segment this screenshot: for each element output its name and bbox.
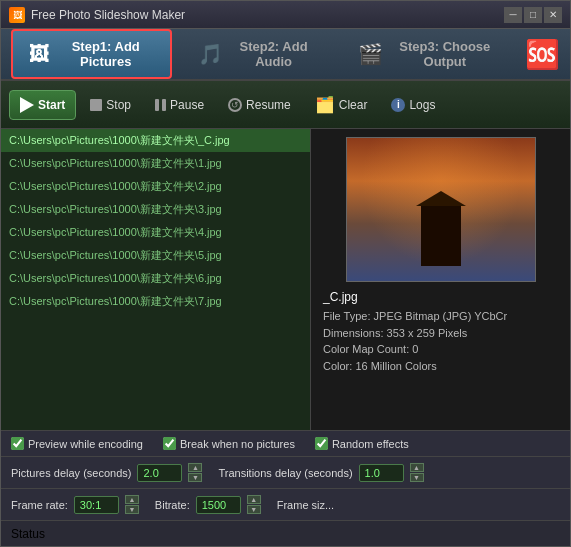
title-bar-left: 🖼 Free Photo Slideshow Maker [9, 7, 185, 23]
bitrate-setting: Bitrate: ▲ ▼ [155, 495, 261, 514]
pictures-delay-arrows: ▲ ▼ [188, 463, 202, 482]
clear-icon: 🗂️ [315, 95, 335, 114]
break-no-pictures-label: Break when no pictures [180, 438, 295, 450]
resume-icon: ↺ [228, 98, 242, 112]
step2-button[interactable]: 🎵 Step2: Add Audio [182, 31, 331, 77]
main-content: C:\Users\pc\Pictures\1000\新建文件夹\_C.jpg C… [1, 129, 570, 430]
bitrate-arrows: ▲ ▼ [247, 495, 261, 514]
preview-encoding-checkbox[interactable] [11, 437, 24, 450]
options-bar: Preview while encoding Break when no pic… [1, 430, 570, 456]
pause-button[interactable]: Pause [145, 92, 214, 118]
pause-icon [155, 99, 166, 111]
bitrate-label: Bitrate: [155, 499, 190, 511]
pictures-delay-label: Pictures delay (seconds) [11, 467, 131, 479]
image-filename: _C.jpg [323, 288, 558, 306]
pictures-delay-up[interactable]: ▲ [188, 463, 202, 472]
transitions-delay-input[interactable] [359, 464, 404, 482]
frame-rate-setting: Frame rate: ▲ ▼ [11, 495, 139, 514]
frame-size-label: Frame siz... [277, 499, 334, 511]
logs-icon: i [391, 98, 405, 112]
title-bar: 🖼 Free Photo Slideshow Maker ─ □ ✕ [1, 1, 570, 29]
transitions-delay-arrows: ▲ ▼ [410, 463, 424, 482]
transitions-delay-down[interactable]: ▼ [410, 473, 424, 482]
help-icon: 🆘 [525, 39, 560, 70]
step3-icon: 🎬 [358, 42, 383, 66]
frame-rate-arrows: ▲ ▼ [125, 495, 139, 514]
stop-button[interactable]: Stop [80, 92, 141, 118]
frame-size-setting: Frame siz... [277, 499, 334, 511]
pictures-delay-setting: Pictures delay (seconds) ▲ ▼ [11, 463, 202, 482]
step3-label: Step3: Choose Output [391, 39, 499, 69]
image-color: Color: 16 Million Colors [323, 358, 558, 375]
step1-icon: 🖼 [29, 43, 49, 66]
list-item[interactable]: C:\Users\pc\Pictures\1000\新建文件夹\3.jpg [1, 198, 310, 221]
frame-rate-label: Frame rate: [11, 499, 68, 511]
frame-rate-up[interactable]: ▲ [125, 495, 139, 504]
bitrate-down[interactable]: ▼ [247, 505, 261, 514]
list-item[interactable]: C:\Users\pc\Pictures\1000\新建文件夹\2.jpg [1, 175, 310, 198]
clear-label: Clear [339, 98, 368, 112]
list-item[interactable]: C:\Users\pc\Pictures\1000\新建文件夹\1.jpg [1, 152, 310, 175]
step2-label: Step2: Add Audio [231, 39, 315, 69]
list-item[interactable]: C:\Users\pc\Pictures\1000\新建文件夹\6.jpg [1, 267, 310, 290]
preview-image [346, 137, 536, 282]
step3-button[interactable]: 🎬 Step3: Choose Output [342, 31, 515, 77]
break-no-pictures-checkbox[interactable] [163, 437, 176, 450]
settings-bar-2: Frame rate: ▲ ▼ Bitrate: ▲ ▼ Frame siz..… [1, 488, 570, 520]
random-effects-label: Random effects [332, 438, 409, 450]
frame-rate-down[interactable]: ▼ [125, 505, 139, 514]
list-item[interactable]: C:\Users\pc\Pictures\1000\新建文件夹\_C.jpg [1, 129, 310, 152]
transitions-delay-label: Transitions delay (seconds) [218, 467, 352, 479]
pictures-delay-input[interactable] [137, 464, 182, 482]
resume-button[interactable]: ↺ Resume [218, 92, 301, 118]
step1-button[interactable]: 🖼 Step1: Add Pictures [11, 29, 172, 79]
logs-button[interactable]: i Logs [381, 92, 445, 118]
file-list-panel[interactable]: C:\Users\pc\Pictures\1000\新建文件夹\_C.jpg C… [1, 129, 311, 430]
step2-icon: 🎵 [198, 42, 223, 66]
step-bar: 🖼 Step1: Add Pictures 🎵 Step2: Add Audio… [1, 29, 570, 81]
preview-panel: _C.jpg File Type: JPEG Bitmap (JPG) YCbC… [311, 129, 570, 430]
toolbar: Start Stop Pause ↺ Resume 🗂️ Clear i Log… [1, 81, 570, 129]
start-label: Start [38, 98, 65, 112]
bitrate-up[interactable]: ▲ [247, 495, 261, 504]
break-no-pictures-option[interactable]: Break when no pictures [163, 437, 295, 450]
app-title: Free Photo Slideshow Maker [31, 8, 185, 22]
resume-label: Resume [246, 98, 291, 112]
minimize-button[interactable]: ─ [504, 7, 522, 23]
frame-rate-input[interactable] [74, 496, 119, 514]
start-button[interactable]: Start [9, 90, 76, 120]
title-controls: ─ □ ✕ [504, 7, 562, 23]
maximize-button[interactable]: □ [524, 7, 542, 23]
image-filetype: File Type: JPEG Bitmap (JPG) YCbCr [323, 308, 558, 325]
settings-bar: Pictures delay (seconds) ▲ ▼ Transitions… [1, 456, 570, 488]
step1-label: Step1: Add Pictures [57, 39, 154, 69]
stop-icon [90, 99, 102, 111]
random-effects-checkbox[interactable] [315, 437, 328, 450]
image-dimensions: Dimensions: 353 x 259 Pixels [323, 325, 558, 342]
pagoda-graphic [411, 191, 471, 271]
list-item[interactable]: C:\Users\pc\Pictures\1000\新建文件夹\7.jpg [1, 290, 310, 313]
transitions-delay-setting: Transitions delay (seconds) ▲ ▼ [218, 463, 423, 482]
status-label: Status [11, 527, 45, 541]
clear-button[interactable]: 🗂️ Clear [305, 89, 378, 120]
transitions-delay-up[interactable]: ▲ [410, 463, 424, 472]
pictures-delay-down[interactable]: ▼ [188, 473, 202, 482]
image-info: _C.jpg File Type: JPEG Bitmap (JPG) YCbC… [319, 282, 562, 380]
close-button[interactable]: ✕ [544, 7, 562, 23]
main-window: 🖼 Free Photo Slideshow Maker ─ □ ✕ 🖼 Ste… [0, 0, 571, 547]
list-item[interactable]: C:\Users\pc\Pictures\1000\新建文件夹\5.jpg [1, 244, 310, 267]
preview-encoding-option[interactable]: Preview while encoding [11, 437, 143, 450]
status-bar: Status [1, 520, 570, 546]
app-icon: 🖼 [9, 7, 25, 23]
random-effects-option[interactable]: Random effects [315, 437, 409, 450]
bitrate-input[interactable] [196, 496, 241, 514]
pause-label: Pause [170, 98, 204, 112]
preview-encoding-label: Preview while encoding [28, 438, 143, 450]
logs-label: Logs [409, 98, 435, 112]
play-icon [20, 97, 34, 113]
stop-label: Stop [106, 98, 131, 112]
list-item[interactable]: C:\Users\pc\Pictures\1000\新建文件夹\4.jpg [1, 221, 310, 244]
image-colormap: Color Map Count: 0 [323, 341, 558, 358]
